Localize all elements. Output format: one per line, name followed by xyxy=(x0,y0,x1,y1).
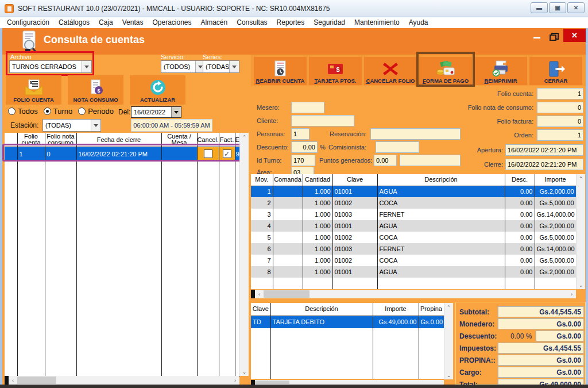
nota-consumo-button[interactable]: $ NOTA CONSUMO xyxy=(68,75,123,105)
items-row[interactable]: 21.00001002COCA0.00Gs.5,000.00 xyxy=(251,197,576,209)
personas-field[interactable]: 1 xyxy=(291,128,310,140)
mesero-field[interactable] xyxy=(291,102,324,113)
cerrar-button[interactable]: CERRAR xyxy=(529,57,582,85)
scroll-down-icon[interactable]: ⌄ xyxy=(444,371,453,379)
column-header[interactable]: Cuenta / Mesa xyxy=(161,133,197,147)
total-label: PROPINA:: xyxy=(459,356,496,364)
column-header[interactable]: Mov. xyxy=(251,174,273,186)
menu-item-ayuda[interactable]: Ayuda xyxy=(404,17,433,28)
chevron-down-icon[interactable] xyxy=(229,61,239,72)
radio-turno[interactable] xyxy=(44,107,51,115)
empty-row xyxy=(5,319,239,333)
items-row[interactable]: 51.00001002COCA0.00Gs.5,000.00 xyxy=(251,232,576,243)
calendar-dropdown-icon[interactable] xyxy=(171,107,181,117)
accounts-vertical-scrollbar[interactable]: ⌃ ⌄ xyxy=(239,133,249,376)
radio-todos[interactable] xyxy=(8,107,16,115)
scroll-up-icon[interactable]: ⌃ xyxy=(577,174,585,183)
menu-item-configuracin[interactable]: Configuración xyxy=(2,17,54,28)
payments-vertical-scrollbar[interactable]: ⌃ ⌄ xyxy=(444,303,453,379)
column-header[interactable]: Fact. xyxy=(219,133,235,147)
items-row[interactable]: 41.00001001AGUA0.00Gs.2,000.00 xyxy=(251,220,576,232)
column-header[interactable]: Clave xyxy=(332,174,377,186)
items-row[interactable]: 11.00001001AGUA0.00Gs.2,000.00 xyxy=(251,186,576,197)
accounts-horizontal-scrollbar[interactable]: ‹ › xyxy=(5,376,239,385)
scroll-down-icon[interactable]: ⌄ xyxy=(240,367,249,376)
items-vertical-scrollbar[interactable]: ⌃ ⌄ xyxy=(576,174,585,289)
payments-table[interactable]: ClaveDescripciónImportePropina TDTARJETA… xyxy=(251,303,444,379)
scroll-thumb[interactable] xyxy=(17,377,56,384)
chevron-down-icon[interactable] xyxy=(82,61,91,72)
menu-item-operaciones[interactable]: Operaciones xyxy=(148,17,196,28)
items-row[interactable]: 31.00001003FERNET0.00Gs.14,000.00 xyxy=(251,209,576,220)
os-close-button[interactable]: ✕ xyxy=(567,2,585,13)
accounts-table[interactable]: Folio cuentaFolio nota consumoFecha de c… xyxy=(5,133,240,377)
menu-item-mantenimiento[interactable]: Mantenimiento xyxy=(350,17,404,28)
scroll-thumb[interactable] xyxy=(264,290,310,298)
column-header[interactable]: Cantidad xyxy=(303,174,332,186)
estacion-select[interactable]: (TODAS) xyxy=(42,119,101,132)
menu-item-caja[interactable]: Caja xyxy=(94,17,118,28)
column-header[interactable]: Clave xyxy=(251,303,270,316)
column-header[interactable]: Fecha de cierre xyxy=(76,133,161,147)
scroll-up-icon[interactable]: ⌃ xyxy=(444,303,453,312)
column-header[interactable]: Propina xyxy=(419,303,444,316)
payments-horizontal-scrollbar[interactable] xyxy=(251,380,444,385)
empty-row xyxy=(5,233,239,247)
series-select[interactable]: (TODAS) xyxy=(203,60,239,73)
fact-checkbox[interactable]: ✓ xyxy=(223,149,231,158)
column-header[interactable]: Importe xyxy=(373,303,419,316)
id-turno-field[interactable]: 170 xyxy=(291,155,315,166)
scroll-up-icon[interactable]: ⌃ xyxy=(240,133,249,141)
cancelar-folio-button[interactable]: CANCELAR FOLIO xyxy=(364,57,417,85)
column-header[interactable]: Desc. xyxy=(505,174,535,186)
menu-item-catlogos[interactable]: Catálogos xyxy=(54,17,94,28)
reimprimir-button[interactable]: REIMPRIMIR xyxy=(474,57,527,85)
cancel-checkbox[interactable] xyxy=(204,149,212,158)
column-header[interactable] xyxy=(5,133,17,147)
items-row[interactable]: 81.00001001AGUA0.00Gs.2,000.00 xyxy=(251,266,576,278)
forma-de-pago-button[interactable]: FORMA DE PAGO xyxy=(419,57,472,85)
servicio-select[interactable]: (TODOS) xyxy=(161,60,206,73)
chevron-down-icon[interactable] xyxy=(91,120,100,131)
items-row[interactable]: 71.00001002COCA0.00Gs.5,000.00 xyxy=(251,255,576,266)
column-header[interactable]: Folio nota consumo xyxy=(45,133,76,147)
scroll-down-icon[interactable]: ⌄ xyxy=(577,281,585,289)
tarjeta-ptos-button[interactable]: $ TARJETA PTOS. xyxy=(309,57,362,85)
scroll-left-icon[interactable]: ‹ xyxy=(255,290,264,298)
menu-item-almacn[interactable]: Almacén xyxy=(196,17,233,28)
scroll-right-icon[interactable]: › xyxy=(231,376,239,385)
actualizar-button[interactable]: ACTUALIZAR xyxy=(130,75,185,105)
folio-cuenta-button[interactable]: $ FOLIO CUENTA xyxy=(6,75,61,105)
column-header[interactable]: Descripción xyxy=(377,174,505,186)
column-header[interactable]: Folio cuenta xyxy=(17,133,45,147)
column-header[interactable]: Cancel. xyxy=(197,133,219,147)
child-close-button[interactable]: ✕ xyxy=(563,29,586,42)
menu-item-consultas[interactable]: Consultas xyxy=(232,17,272,28)
radio-periodo[interactable] xyxy=(78,107,86,115)
items-horizontal-scrollbar[interactable]: ‹ › xyxy=(251,290,576,298)
column-header[interactable]: Descripción xyxy=(270,303,373,316)
menu-item-ventas[interactable]: Ventas xyxy=(118,17,148,28)
menu-item-seguridad[interactable]: Seguridad xyxy=(309,17,350,28)
column-header[interactable]: Importe xyxy=(535,174,576,186)
payments-row[interactable]: TDTARJETA DEBITOGs.49,000.00Gs.0.00 xyxy=(251,316,444,328)
cliente-field[interactable] xyxy=(291,115,354,126)
child-minimize-button[interactable] xyxy=(533,37,540,39)
menu-item-reportes[interactable]: Reportes xyxy=(272,17,310,28)
scroll-thumb[interactable] xyxy=(255,381,289,384)
os-minimize-button[interactable]: ▬ xyxy=(531,2,548,13)
column-header[interactable]: E xyxy=(235,133,239,147)
archivo-select[interactable]: TURNOS CERRADOS xyxy=(9,60,92,73)
scroll-left-icon[interactable]: ‹ xyxy=(9,376,17,385)
descuento-field[interactable]: 0.00 xyxy=(291,141,318,153)
items-table[interactable]: Mov.ComandaCantidadClaveDescripciónDesc.… xyxy=(251,174,577,289)
column-header[interactable]: Comanda xyxy=(273,174,303,186)
scroll-right-icon[interactable]: › xyxy=(567,290,576,298)
items-row[interactable]: 61.00001003FERNET0.00Gs.14,000.00 xyxy=(251,243,576,255)
reabrir-cuenta-button[interactable]: REABRIR CUENTA xyxy=(254,57,307,85)
apertura-label: Apertura: xyxy=(390,147,503,153)
del-date-select[interactable]: 16/02/2022 xyxy=(131,106,181,118)
child-restore-button[interactable] xyxy=(550,33,557,39)
os-maximize-button[interactable]: ▣ xyxy=(549,2,566,13)
accounts-selected-row[interactable]: 1 0 16/02/2022 02:21:20 PM ✓ 9 xyxy=(5,147,239,161)
